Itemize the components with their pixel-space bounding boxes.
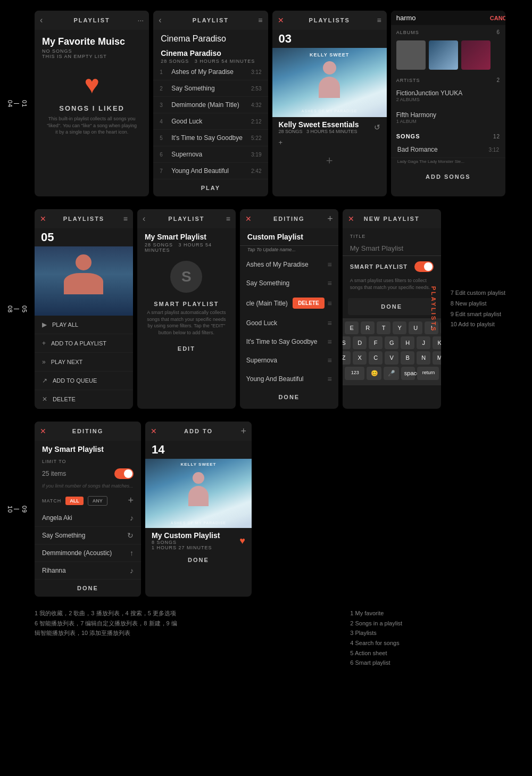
note-9: 9 Edit smart playlist bbox=[451, 309, 505, 320]
addto-heart-icon[interactable]: ♥ bbox=[239, 535, 245, 547]
done-button-7[interactable]: DONE bbox=[240, 389, 338, 406]
smart-playlist-name: My Smart Playlist bbox=[137, 228, 236, 242]
add-icon-10[interactable]: + bbox=[240, 426, 246, 437]
new-playlist-input[interactable] bbox=[343, 241, 441, 256]
song-row-3: 3 Demimonde (Main Title) 4:32 bbox=[153, 97, 268, 113]
key-e[interactable]: E bbox=[345, 321, 359, 334]
key-c[interactable]: C bbox=[369, 351, 383, 365]
add-queue-action[interactable]: ↗ ADD TO QUEUE bbox=[35, 372, 133, 390]
cinema-meta: 28 SONGS 3 HOURS 54 MINUTES bbox=[153, 59, 268, 64]
play-next-action[interactable]: » PLAY NEXT bbox=[35, 353, 133, 372]
smart-playlist-toggle[interactable] bbox=[414, 261, 434, 272]
add-playlist-action[interactable]: + ADD TO A PLAYLIST bbox=[35, 334, 133, 353]
heart-icon: ♥ bbox=[35, 59, 149, 104]
reorder-icon-5[interactable]: ≡ bbox=[123, 214, 128, 223]
reorder-icon-6[interactable]: ≡ bbox=[226, 214, 230, 223]
reorder-icon[interactable]: ≡ bbox=[258, 16, 262, 24]
add-songs-button[interactable]: ADD SONGS bbox=[391, 168, 505, 185]
sync-icon[interactable]: ↺ bbox=[374, 123, 380, 131]
delete-action[interactable]: ✕ DELETE bbox=[35, 390, 133, 409]
key-x[interactable]: X bbox=[353, 351, 367, 365]
close-icon-7[interactable]: ✕ bbox=[245, 214, 252, 223]
smart-s-icon: S bbox=[170, 261, 202, 293]
key-d[interactable]: D bbox=[353, 336, 367, 349]
done-button-9[interactable]: DONE bbox=[35, 580, 141, 597]
back-icon-6[interactable]: ‹ bbox=[143, 214, 145, 224]
key-return[interactable]: return bbox=[417, 367, 439, 380]
play-all-action[interactable]: ▶ PLAY ALL bbox=[35, 316, 133, 334]
reorder-icon-3[interactable]: ≡ bbox=[377, 16, 381, 24]
addto-cover: KELLY SWEET ASHES OF MY PARADISE bbox=[145, 459, 252, 528]
key-t[interactable]: T bbox=[377, 321, 390, 334]
artist-row-1[interactable]: FictionJunction YUUKA 2 ALBUMS bbox=[391, 85, 505, 107]
close-icon-5[interactable]: ✕ bbox=[40, 214, 46, 223]
key-y[interactable]: Y bbox=[393, 321, 406, 334]
back-icon-2[interactable]: ‹ bbox=[159, 15, 161, 25]
key-k[interactable]: K bbox=[433, 336, 440, 349]
panel-add-to: ✕ ADD TO + 14 KELLY SWEET ASHES OF MY PA… bbox=[145, 422, 252, 597]
match-all-btn[interactable]: ALL bbox=[65, 497, 84, 505]
key-h[interactable]: H bbox=[401, 336, 414, 349]
artist-row-2[interactable]: Fifth Harmony 1 ALBUM bbox=[391, 107, 505, 129]
edit-song-3: cle (Main Title) DELETE ≡ bbox=[240, 293, 338, 314]
key-emoji[interactable]: 😊 bbox=[367, 367, 381, 380]
bottom-right-3: 3 Playlists bbox=[350, 628, 497, 638]
search-input[interactable] bbox=[396, 14, 486, 22]
add-filter-icon[interactable]: + bbox=[128, 495, 134, 506]
panel3-title-bar: PLAYLISTS bbox=[309, 17, 350, 23]
add-more-icon[interactable]: + bbox=[272, 135, 387, 150]
panel10-header: ✕ ADD TO + bbox=[145, 422, 252, 441]
favorite-title: My Favorite Muisc bbox=[35, 30, 149, 48]
key-g[interactable]: G bbox=[385, 336, 398, 349]
album-thumb-3[interactable] bbox=[461, 40, 491, 70]
album-thumb-2[interactable] bbox=[429, 40, 458, 70]
back-icon[interactable]: ‹ bbox=[40, 15, 43, 25]
key-s[interactable]: S bbox=[343, 336, 351, 349]
add-to-playlist-icon[interactable]: + bbox=[272, 150, 387, 172]
key-j[interactable]: J bbox=[417, 336, 430, 349]
kelly-playlist-meta: 28 SONGS 3 HOURS 54 MINUTES bbox=[279, 129, 374, 134]
key-r[interactable]: R bbox=[361, 321, 375, 334]
close-icon-9[interactable]: ✕ bbox=[40, 427, 46, 435]
key-b[interactable]: B bbox=[401, 351, 414, 365]
delete-song-button[interactable]: DELETE bbox=[293, 298, 324, 309]
add-icon-7[interactable]: + bbox=[327, 213, 333, 225]
close-icon-3[interactable]: ✕ bbox=[278, 16, 284, 24]
custom-playlist-input[interactable] bbox=[240, 228, 338, 246]
bottom-note-line1: 1 我的收藏，2 歌曲，3 播放列表，4 搜索，5 更多选项 bbox=[35, 608, 182, 618]
cancel-button[interactable]: CANCEL bbox=[490, 15, 505, 21]
more-icon[interactable]: ··· bbox=[138, 16, 144, 24]
search-song-row-1[interactable]: Bad Romance 3:12 bbox=[391, 142, 505, 158]
done-button-10[interactable]: DONE bbox=[145, 551, 252, 568]
key-v[interactable]: V bbox=[385, 351, 398, 365]
panel-playlists-3: ✕ PLAYLISTS ≡ 03 ASHES OF MY PARADISE Ke… bbox=[272, 11, 387, 196]
title-label-8: TITLE bbox=[343, 228, 441, 241]
song-row-1: 1 Ashes of My Paradise 3:12 bbox=[153, 64, 268, 80]
panel-playlists-5: ✕ PLAYLISTS ≡ 05 ▶ PLAY ALL + ADD TO A P… bbox=[35, 209, 133, 409]
panel7-header: ✕ EDITING + bbox=[240, 209, 338, 228]
edit-button[interactable]: EDIT bbox=[137, 340, 236, 357]
key-mic[interactable]: 🎤 bbox=[384, 367, 398, 380]
close-icon-8[interactable]: ✕ bbox=[348, 214, 354, 223]
kelly-playlist-info: Kelly Sweet Essentials 28 SONGS 3 HOURS … bbox=[272, 117, 387, 135]
match-any-btn[interactable]: ANY bbox=[88, 496, 107, 506]
key-123[interactable]: 123 bbox=[345, 367, 364, 380]
panel9-title-bar: EDITING bbox=[72, 428, 104, 434]
done-button-8[interactable]: DONE bbox=[348, 298, 436, 315]
key-f[interactable]: F bbox=[369, 336, 383, 349]
songs-liked-desc: This built-in playlist collects all song… bbox=[35, 115, 149, 136]
panel7-title-bar: EDITING bbox=[273, 216, 305, 222]
limit-toggle[interactable] bbox=[114, 468, 134, 479]
row3-right-notes bbox=[500, 422, 505, 597]
key-u[interactable]: U bbox=[409, 321, 422, 334]
key-m[interactable]: M bbox=[433, 351, 440, 365]
addto-num: 14 bbox=[145, 441, 252, 459]
edit-song-4: Good Luck ≡ bbox=[240, 314, 338, 333]
key-z[interactable]: Z bbox=[343, 351, 351, 365]
album-thumb-1[interactable] bbox=[396, 40, 426, 70]
addto-playlist-name: My Custom Playlist bbox=[152, 531, 239, 540]
key-n[interactable]: N bbox=[417, 351, 430, 365]
key-space[interactable]: space bbox=[401, 367, 415, 380]
play-button[interactable]: PLAY bbox=[153, 179, 268, 196]
close-icon-10[interactable]: ✕ bbox=[151, 427, 157, 435]
